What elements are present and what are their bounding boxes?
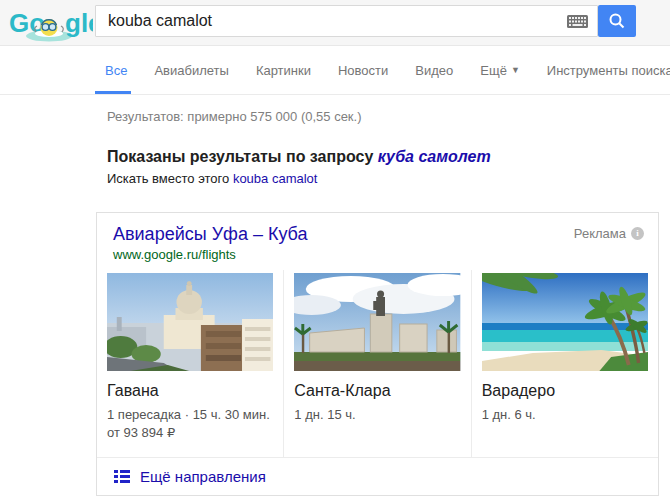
search-header: Go gle	[0, 0, 670, 46]
more-destinations-label: Ещё направления	[140, 468, 266, 485]
tab-videos[interactable]: Видео	[415, 63, 453, 78]
showing-results-prefix: Показаны результаты по запросу	[107, 148, 378, 165]
google-search-results-page: Go gle	[0, 0, 670, 500]
destinations-row: Гавана 1 пересадка · 15 ч. 30 мин. от 93…	[97, 270, 658, 458]
ad-display-url: www.google.ru/flights	[113, 247, 642, 263]
destination-duration: 1 дн. 15 ч.	[294, 406, 460, 423]
keyboard-icon[interactable]	[567, 15, 588, 28]
varadero-beach-photo	[482, 273, 648, 371]
search-instead-line: Искать вместо этого kouba camalot	[107, 171, 670, 186]
logo-text-right: gle	[65, 8, 93, 38]
search-instead-prefix: Искать вместо этого	[107, 171, 233, 186]
ad-card-header: Авиарейсы Уфа – Куба www.google.ru/fligh…	[97, 213, 658, 270]
ad-title-link[interactable]: Авиарейсы Уфа – Куба	[113, 224, 308, 245]
destination-duration: 1 пересадка · 15 ч. 30 мин.	[107, 406, 273, 423]
destination-card-varadero[interactable]: Варадеро 1 дн. 6 ч.	[471, 270, 658, 457]
destination-name: Варадеро	[482, 381, 648, 401]
result-stats: Результатов: примерно 575 000 (0,55 сек.…	[0, 95, 670, 124]
showing-results-line: Показаны результаты по запросу куба само…	[107, 146, 670, 167]
corrected-query-link[interactable]: куба самолет	[378, 148, 491, 165]
query-correction-block: Показаны результаты по запросу куба само…	[107, 146, 670, 186]
info-icon[interactable]: i	[631, 227, 644, 240]
search-icon	[608, 12, 626, 30]
destination-card-santa-clara[interactable]: Санта-Клара 1 дн. 15 ч.	[283, 270, 470, 457]
tab-flights[interactable]: Авиабилеты	[154, 63, 228, 78]
flights-ad-card: Авиарейсы Уфа – Куба www.google.ru/fligh…	[96, 212, 659, 496]
google-doodle-logo[interactable]: Go gle	[9, 3, 93, 43]
search-input[interactable]	[95, 5, 598, 37]
tab-search-tools[interactable]: Инструменты поиска	[547, 63, 670, 78]
tab-more-label: Ещё	[480, 63, 507, 78]
list-icon	[114, 469, 130, 484]
chevron-down-icon: ▼	[511, 65, 520, 75]
destination-name: Гавана	[107, 381, 273, 401]
ad-badge: Реклама i	[574, 226, 644, 241]
tab-all[interactable]: Все	[105, 63, 127, 78]
destination-card-havana[interactable]: Гавана 1 пересадка · 15 ч. 30 мин. от 93…	[97, 270, 283, 457]
search-button[interactable]	[598, 5, 636, 37]
results-tab-bar: Все Авиабилеты Картинки Новости Видео Ещ…	[0, 46, 670, 95]
active-tab-underline	[95, 91, 131, 94]
santa-clara-monument-photo	[294, 273, 460, 371]
more-destinations-link[interactable]: Ещё направления	[97, 458, 658, 495]
havana-capitol-photo	[107, 273, 273, 371]
ad-badge-label: Реклама	[574, 226, 626, 241]
destination-duration: 1 дн. 6 ч.	[482, 406, 648, 423]
tab-more[interactable]: Ещё ▼	[480, 63, 520, 78]
tab-news[interactable]: Новости	[338, 63, 388, 78]
original-query-link[interactable]: kouba camalot	[233, 171, 318, 186]
tab-images[interactable]: Картинки	[256, 63, 311, 78]
destination-price: от 93 894 ₽	[107, 424, 273, 441]
destination-name: Санта-Клара	[294, 381, 460, 401]
